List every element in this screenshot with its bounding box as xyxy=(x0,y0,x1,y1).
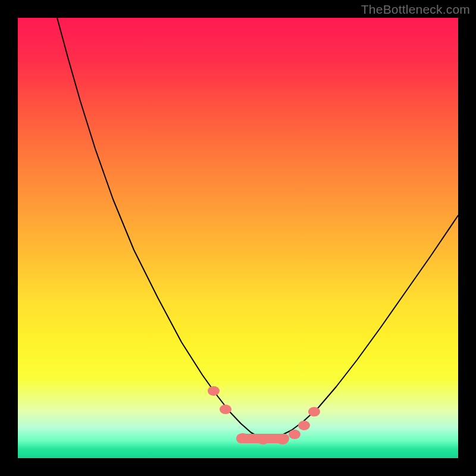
series-right-curve xyxy=(268,215,458,439)
series-left-curve xyxy=(57,18,268,439)
plot-area xyxy=(18,18,458,458)
marker-valley-highlight xyxy=(308,407,320,416)
outer-frame: TheBottleneck.com xyxy=(0,0,476,476)
marker-valley-highlight xyxy=(298,421,310,430)
watermark-label: TheBottleneck.com xyxy=(361,2,470,17)
chart-svg xyxy=(18,18,458,458)
marker-valley-highlight xyxy=(208,386,220,396)
marker-valley-highlight xyxy=(220,405,231,414)
marker-valley-highlight xyxy=(289,430,300,439)
